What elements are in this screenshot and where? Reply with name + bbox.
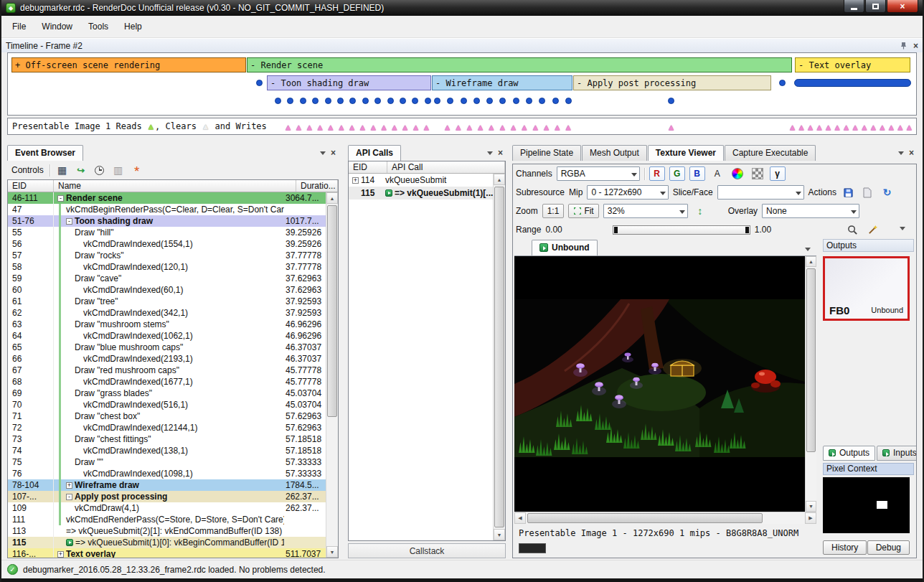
event-row[interactable]: 57 Draw "rocks" 37.77778 bbox=[8, 250, 326, 261]
scroll-thumb[interactable] bbox=[327, 205, 337, 417]
event-row[interactable]: 56 vkCmdDrawIndexed(1554,1) 39.25926 bbox=[8, 238, 326, 250]
expander-icon[interactable]: + bbox=[352, 177, 359, 184]
titlebar[interactable]: debugmarker.rdc - RenderDoc Unofficial r… bbox=[1, 0, 923, 16]
scroll-up-icon[interactable]: ▲ bbox=[806, 256, 816, 267]
custom-shader-button[interactable] bbox=[730, 166, 745, 181]
menu-item[interactable]: Help bbox=[116, 18, 150, 35]
channels-combo[interactable]: RGBA bbox=[557, 166, 640, 181]
event-row[interactable]: 113 => vkQueueSubmit(2)[1]: vkEndCommand… bbox=[8, 525, 326, 537]
timeline-marker-block[interactable]: + Off-screen scene rendering bbox=[11, 57, 246, 72]
autofit-range-button[interactable] bbox=[864, 222, 880, 237]
slice-face-combo[interactable] bbox=[717, 185, 804, 200]
scroll-thumb[interactable] bbox=[527, 513, 763, 523]
menu-item[interactable]: File bbox=[4, 18, 34, 35]
channel-blue-button[interactable]: B bbox=[689, 166, 705, 181]
menu-item[interactable]: Tools bbox=[80, 18, 116, 35]
merged-draws-bar[interactable] bbox=[794, 79, 911, 87]
event-row[interactable]: 111 vkCmdEndRenderPass(C=Store, D=Store,… bbox=[8, 514, 326, 525]
event-row[interactable]: 116-... + Text overlay 511.7037 bbox=[8, 548, 326, 558]
alpha-background-button[interactable] bbox=[750, 166, 765, 181]
event-row[interactable]: 46-111 - Render scene 3064.7... bbox=[8, 192, 326, 204]
post-draw-dots[interactable] bbox=[668, 96, 674, 105]
event-row[interactable]: 71 Draw "chest box" 57.62963 bbox=[8, 410, 326, 422]
scroll-thumb[interactable] bbox=[494, 187, 504, 527]
range-slider[interactable] bbox=[613, 225, 750, 235]
texture-tab-unbound[interactable]: Unbound bbox=[532, 240, 598, 255]
texture-tab-dropdown-icon[interactable] bbox=[805, 248, 811, 254]
close-button[interactable]: × bbox=[887, 0, 918, 13]
zoom-fit-button[interactable]: Fit bbox=[568, 204, 598, 218]
panel-close-icon[interactable]: × bbox=[909, 148, 914, 158]
event-row[interactable]: 72 vkCmdDrawIndexed(12144,1) 57.62963 bbox=[8, 422, 326, 433]
open-new-window-button[interactable]: ↻ bbox=[880, 185, 895, 200]
scroll-down-icon[interactable]: ▼ bbox=[494, 529, 505, 540]
zoom-level-combo[interactable]: 32% bbox=[603, 204, 688, 218]
event-row[interactable]: 64 vkCmdDrawIndexed(1062,1) 46.96296 bbox=[8, 330, 326, 342]
mip-combo[interactable]: 0 - 1272x690 bbox=[587, 185, 668, 200]
expander-icon[interactable]: - bbox=[66, 494, 72, 500]
debug-button[interactable]: Debug bbox=[867, 540, 910, 555]
expander-icon[interactable]: - bbox=[66, 218, 72, 225]
event-row[interactable]: 76 vkCmdDrawIndexed(1098,1) 57.33333 bbox=[8, 468, 326, 479]
resource-usage-bar[interactable]: Presentable Image 1 Reads ▲, Clears ▲ an… bbox=[7, 118, 917, 135]
timeline-marker-block[interactable]: - Toon shading draw bbox=[267, 75, 431, 90]
panel-tab[interactable]: Pipeline State bbox=[512, 145, 581, 161]
minimize-button[interactable] bbox=[844, 0, 864, 13]
api-call-row[interactable]: + 114 vkQueueSubmit bbox=[349, 174, 493, 187]
callstack-section[interactable]: Callstack bbox=[348, 543, 506, 558]
scroll-up-icon[interactable]: ▲ bbox=[494, 174, 505, 185]
texture-vertical-scrollbar[interactable]: ▲ ▼ bbox=[805, 256, 816, 512]
draw-dot[interactable] bbox=[256, 80, 263, 86]
range-white-handle[interactable] bbox=[745, 227, 749, 233]
maximize-button[interactable] bbox=[865, 0, 886, 13]
event-row[interactable]: 65 Draw "blue mushroom caps" 46.37037 bbox=[8, 342, 326, 353]
scroll-down-icon[interactable]: ▼ bbox=[326, 546, 338, 558]
menu-item[interactable]: Window bbox=[34, 18, 80, 35]
panel-tab[interactable]: Texture Viewer bbox=[648, 145, 724, 161]
wireframe-draw-dots[interactable] bbox=[434, 96, 572, 105]
zoom-1-1-button[interactable]: 1:1 bbox=[542, 204, 565, 218]
panel-tab[interactable]: Capture Executable bbox=[725, 145, 816, 161]
event-row[interactable]: 107-... - Apply post processing 262.37..… bbox=[8, 491, 326, 502]
dock-menu-icon[interactable] bbox=[898, 151, 904, 158]
event-row[interactable]: 61 Draw "tree" 37.92593 bbox=[8, 296, 326, 307]
write-triangles-toon[interactable] bbox=[286, 122, 429, 132]
goto-resource-button[interactable] bbox=[860, 185, 875, 200]
fb0-thumbnail[interactable]: FB0 Unbound bbox=[823, 256, 910, 321]
tab-event-browser[interactable]: Event Browser bbox=[7, 145, 83, 161]
time-draws-button[interactable] bbox=[93, 164, 106, 177]
api-calls-close-icon[interactable]: × bbox=[498, 148, 503, 158]
channel-green-button[interactable]: G bbox=[669, 166, 685, 181]
bookmark-button[interactable]: * bbox=[131, 164, 143, 177]
dock-menu-icon[interactable] bbox=[320, 151, 326, 158]
event-row[interactable]: 68 vkCmdDrawIndexed(1677,1) 45.77778 bbox=[8, 376, 326, 388]
range-max-value[interactable]: 1.00 bbox=[755, 225, 771, 235]
write-triangles-overlay[interactable] bbox=[790, 122, 912, 132]
texture-display[interactable]: ▲ ▼ bbox=[514, 256, 816, 512]
expander-icon[interactable]: - bbox=[57, 195, 64, 202]
event-row[interactable]: 109 vkCmdDraw(4,1) 262.37... bbox=[8, 502, 326, 514]
zoom-range-button[interactable] bbox=[844, 222, 860, 237]
tab-api-calls[interactable]: API Calls bbox=[348, 145, 401, 161]
event-row[interactable]: 73 Draw "chest fittings" 57.18518 bbox=[8, 433, 326, 445]
event-browser-scrollbar[interactable]: ▲ ▼ bbox=[326, 192, 338, 558]
event-row[interactable]: 70 vkCmdDrawIndexed(516,1) 45.03704 bbox=[8, 399, 326, 410]
write-triangles-post[interactable] bbox=[669, 122, 679, 132]
event-row[interactable]: 55 Draw "hill" 39.25926 bbox=[8, 227, 326, 238]
write-triangles-wireframe[interactable] bbox=[445, 122, 571, 132]
timeline-marker-block[interactable]: - Render scene bbox=[247, 57, 792, 72]
scroll-down-icon[interactable]: ▼ bbox=[806, 501, 816, 512]
event-row[interactable]: 62 vkCmdDrawIndexed(342,1) 37.92593 bbox=[8, 307, 326, 319]
event-row[interactable]: 47 vkCmdBeginRenderPass(C=Clear, D=Clear… bbox=[8, 204, 326, 215]
scroll-up-icon[interactable]: ▲ bbox=[326, 192, 338, 204]
toolbar-overflow-button[interactable] bbox=[895, 222, 910, 237]
event-row[interactable]: 78-104 + Wireframe draw 1784.5... bbox=[8, 479, 326, 491]
event-row[interactable]: 66 vkCmdDrawIndexed(2193,1) 46.37037 bbox=[8, 353, 326, 365]
thumbnail-tab[interactable]: Outputs bbox=[823, 446, 875, 461]
event-browser-close-icon[interactable]: × bbox=[331, 148, 336, 158]
event-row[interactable]: 67 Draw "red mushroom caps" 45.77778 bbox=[8, 365, 326, 376]
event-row[interactable]: 60 vkCmdDrawIndexed(60,1) 37.62963 bbox=[8, 284, 326, 296]
event-browser-header[interactable]: EID Name Duratio... bbox=[8, 180, 338, 192]
event-row[interactable]: 69 Draw "grass blades" 45.03704 bbox=[8, 388, 326, 399]
dock-menu-icon[interactable] bbox=[487, 151, 493, 158]
